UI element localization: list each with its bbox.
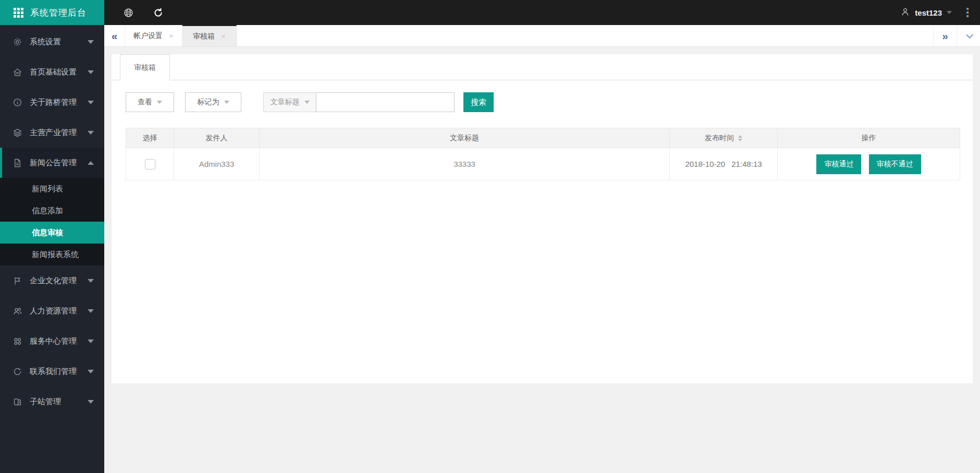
grid-icon (14, 8, 23, 18)
sidebar-item-service-management[interactable]: 服务中心管理 (0, 326, 104, 356)
tab-audit-box[interactable]: 审核箱 × (182, 25, 237, 46)
app-header: 系统管理后台 test123 (0, 0, 980, 25)
mark-as-dropdown[interactable]: 标记为 (185, 92, 241, 112)
person-icon (900, 7, 910, 19)
sort-icon[interactable] (738, 135, 742, 141)
tabs-collapse-button[interactable]: « (104, 25, 125, 46)
user-menu[interactable]: test123 (900, 7, 952, 19)
chevron-down-icon (88, 131, 94, 135)
filter-toolbar: 查看 标记为 文章标题 搜索 (126, 92, 959, 112)
table-header-row: 选择 发件人 文章标题 发布时间 操作 (126, 128, 960, 148)
search-input[interactable] (316, 92, 455, 112)
close-icon[interactable]: × (221, 32, 226, 41)
chevron-down-icon (224, 101, 229, 104)
reject-button[interactable]: 审核不通过 (869, 154, 921, 174)
view-dropdown[interactable]: 查看 (126, 92, 174, 112)
search-field-dropdown[interactable]: 文章标题 (263, 92, 316, 112)
chat-icon (13, 367, 22, 377)
info-icon (13, 98, 22, 107)
users-icon (13, 306, 22, 316)
chevron-down-icon (88, 400, 94, 404)
submenu-item-news-report[interactable]: 新闻报表系统 (0, 244, 104, 265)
sidebar-item-industry-management[interactable]: 主营产业管理 (0, 117, 104, 148)
home-icon (13, 67, 22, 77)
tabs-more-button[interactable]: » (933, 25, 957, 46)
header-select: 选择 (126, 128, 174, 148)
flag-icon (13, 276, 22, 286)
sidebar-item-label: 人力资源管理 (30, 306, 88, 316)
app-title: 系统管理后台 (30, 7, 87, 19)
news-submenu: 新闻列表 信息添加 信息审核 新闻报表系统 (0, 178, 104, 265)
tab-label: 审核箱 (193, 32, 215, 41)
cell-publish-time: 2018-10-2021:48:13 (670, 148, 778, 180)
submenu-item-label: 新闻列表 (32, 184, 63, 194)
panel-tab-audit-box[interactable]: 审核箱 (120, 54, 170, 80)
tabs-dropdown-button[interactable] (957, 25, 980, 46)
sidebar-item-homepage-settings[interactable]: 首页基础设置 (0, 57, 104, 87)
sidebar-item-subsite-management[interactable]: 子站管理 (0, 386, 104, 417)
search-field-group: 文章标题 (263, 92, 455, 112)
header-publish-time[interactable]: 发布时间 (670, 128, 778, 148)
cell-article-title: 33333 (260, 148, 670, 180)
globe-icon[interactable] (123, 7, 134, 18)
cell-sender: Admin333 (174, 148, 260, 180)
sidebar-item-label: 新闻公告管理 (30, 158, 88, 168)
kebab-menu-icon[interactable] (964, 6, 971, 19)
username: test123 (915, 8, 942, 17)
sidebar-item-system-settings[interactable]: 系统设置 (0, 27, 104, 57)
sidebar-item-label: 企业文化管理 (30, 276, 88, 286)
table-row: Admin333 33333 2018-10-2021:48:13 审核通过 审… (126, 148, 960, 180)
sidebar-item-label: 服务中心管理 (30, 336, 88, 346)
gear-icon (13, 37, 22, 47)
chevron-down-icon (947, 11, 952, 14)
door-icon (13, 397, 22, 407)
layers-icon (13, 128, 22, 138)
submenu-item-info-add[interactable]: 信息添加 (0, 200, 104, 222)
tab-bar: « 帐户设置 × 审核箱 × » (104, 25, 980, 47)
search-button[interactable]: 搜索 (463, 92, 494, 112)
tab-account-settings[interactable]: 帐户设置 × (125, 25, 182, 46)
sidebar-item-label: 系统设置 (30, 37, 88, 47)
chevron-down-icon (88, 339, 94, 343)
chevron-down-icon (966, 31, 973, 38)
chevron-down-icon (88, 370, 94, 373)
submenu-item-info-audit[interactable]: 信息审核 (0, 222, 104, 244)
submenu-item-label: 信息添加 (32, 206, 63, 216)
row-checkbox[interactable] (145, 159, 155, 169)
chevron-down-icon (88, 101, 94, 104)
sidebar-item-news-management[interactable]: 新闻公告管理 (0, 148, 104, 178)
submenu-item-label: 信息审核 (32, 228, 63, 238)
submenu-item-label: 新闻报表系统 (32, 250, 79, 260)
view-dropdown-label: 查看 (138, 98, 152, 107)
sidebar-item-label: 主营产业管理 (30, 128, 88, 138)
sidebar-item-label: 联系我们管理 (30, 367, 88, 377)
chevrons-right-icon: » (942, 30, 948, 42)
command-icon (13, 336, 22, 346)
app-logo: 系统管理后台 (0, 0, 104, 25)
main-area: « 帐户设置 × 审核箱 × » 审核箱 查看 (104, 25, 980, 473)
sidebar-item-hr-management[interactable]: 人力资源管理 (0, 296, 104, 326)
approve-button[interactable]: 审核通过 (816, 154, 861, 174)
tab-label: 帐户设置 (133, 31, 163, 41)
sidebar-item-contact-management[interactable]: 联系我们管理 (0, 356, 104, 386)
audit-table: 选择 发件人 文章标题 发布时间 操作 (126, 128, 960, 180)
sidebar-item-culture-management[interactable]: 企业文化管理 (0, 265, 104, 296)
cell-actions: 审核通过 审核不通过 (778, 148, 960, 180)
mark-as-dropdown-label: 标记为 (198, 98, 219, 107)
audit-panel: 审核箱 查看 标记为 文章标题 (112, 54, 973, 383)
sidebar: 系统设置 首页基础设置 关于路桥管理 主营产业管理 新闻公告管理 新闻列表 (0, 25, 104, 473)
submenu-item-news-list[interactable]: 新闻列表 (0, 178, 104, 200)
chevron-down-icon (157, 101, 162, 104)
chevron-down-icon (88, 309, 94, 313)
close-icon[interactable]: × (169, 31, 174, 40)
chevron-up-icon (88, 161, 94, 165)
publish-date: 2018-10-20 (685, 160, 725, 168)
chevron-down-icon (88, 70, 94, 74)
header-sender: 发件人 (174, 128, 260, 148)
sidebar-item-about-management[interactable]: 关于路桥管理 (0, 87, 104, 117)
document-icon (13, 158, 22, 168)
sidebar-item-label: 关于路桥管理 (30, 98, 88, 107)
search-field-label: 文章标题 (271, 98, 300, 107)
panel-tab-strip: 审核箱 (112, 54, 973, 80)
refresh-icon[interactable] (153, 7, 164, 18)
